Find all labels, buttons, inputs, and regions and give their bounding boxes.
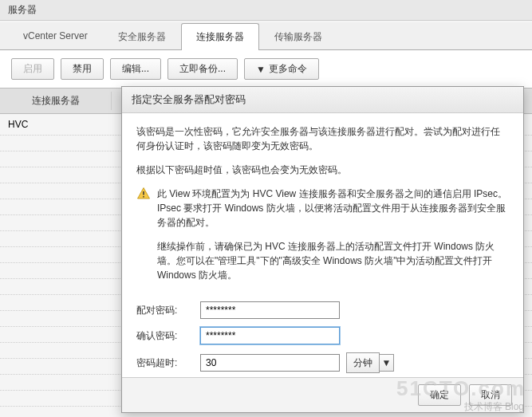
password-input[interactable]: [200, 301, 340, 319]
tab-connection[interactable]: 连接服务器: [181, 23, 259, 50]
password-row: 配对密码:: [136, 301, 509, 319]
timeout-input[interactable]: [200, 354, 340, 372]
page-title: 服务器: [8, 4, 37, 15]
page-header: 服务器: [0, 0, 532, 21]
timeout-label: 密码超时:: [136, 356, 200, 370]
enable-button[interactable]: 启用: [11, 58, 54, 80]
timeout-row: 密码超时: 分钟 ▼: [136, 352, 509, 373]
dialog-warning: 此 View 环境配置为为 HVC View 连接服务器和安全服务器之间的通信启…: [136, 187, 509, 292]
cell-name: HVC: [0, 116, 112, 133]
password-label: 配对密码:: [136, 303, 200, 317]
chevron-down-icon: ▼: [256, 64, 266, 75]
dialog-para2: 根据以下密码超时值，该密码也会变为无效密码。: [136, 163, 509, 177]
chevron-down-icon: ▼: [380, 354, 394, 372]
warning-icon: [136, 187, 151, 201]
tab-vcenter[interactable]: vCenter Server: [8, 23, 103, 50]
confirm-label: 确认密码:: [136, 328, 200, 343]
tab-transfer[interactable]: 传输服务器: [259, 23, 337, 50]
dialog-title: 指定安全服务器配对密码: [122, 87, 523, 113]
warning-text: 此 View 环境配置为为 HVC View 连接服务器和安全服务器之间的通信启…: [157, 187, 509, 292]
toolbar: 启用 禁用 编辑... 立即备份... ▼ 更多命令: [0, 50, 532, 88]
svg-rect-1: [143, 196, 144, 198]
backup-button[interactable]: 立即备份...: [167, 58, 238, 80]
more-commands-label: 更多命令: [269, 62, 307, 76]
timeout-unit-label: 分钟: [346, 352, 380, 373]
edit-button[interactable]: 编辑...: [110, 58, 161, 80]
dialog-warn1: 此 View 环境配置为为 HVC View 连接服务器和安全服务器之间的通信启…: [157, 187, 509, 230]
cancel-button[interactable]: 取消: [469, 384, 512, 406]
timeout-unit-select[interactable]: 分钟 ▼: [346, 352, 394, 373]
more-commands-button[interactable]: ▼ 更多命令: [244, 58, 319, 80]
pairing-password-dialog: 指定安全服务器配对密码 该密码是一次性密码，它允许安全服务器与该连接服务器进行配…: [121, 86, 524, 413]
ok-button[interactable]: 确定: [418, 384, 461, 406]
dialog-body: 该密码是一次性密码，它允许安全服务器与该连接服务器进行配对。尝试为配对进行任何身…: [122, 113, 523, 377]
dialog-footer: 确定 取消: [122, 377, 523, 412]
tabs: vCenter Server 安全服务器 连接服务器 传输服务器: [0, 22, 532, 50]
svg-rect-0: [143, 191, 144, 195]
dialog-para1: 该密码是一次性密码，它允许安全服务器与该连接服务器进行配对。尝试为配对进行任何身…: [136, 124, 509, 153]
disable-button[interactable]: 禁用: [61, 58, 104, 80]
confirm-row: 确认密码:: [136, 327, 509, 344]
tab-security[interactable]: 安全服务器: [103, 23, 181, 50]
confirm-input[interactable]: [200, 327, 340, 344]
column-connection-server: 连接服务器: [0, 92, 112, 110]
dialog-warn2: 继续操作前，请确保已为 HVC 连接服务器上的活动配置文件打开 Windows …: [157, 239, 509, 282]
